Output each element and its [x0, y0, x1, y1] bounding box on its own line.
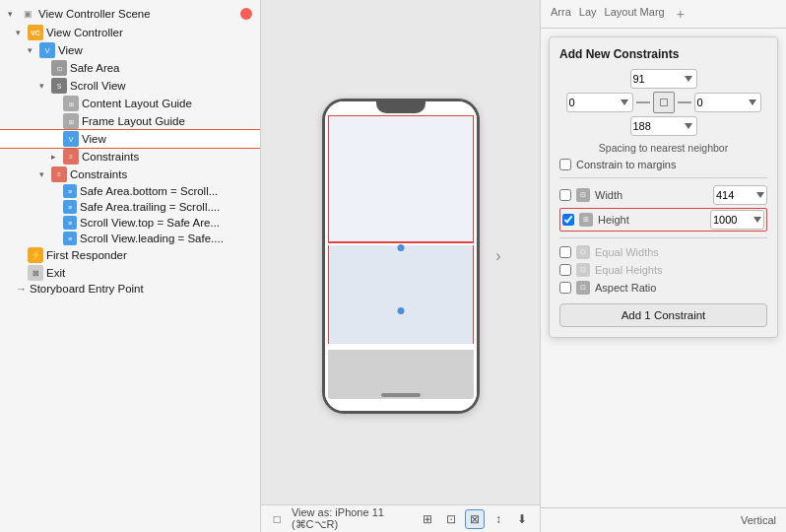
scene-label: View Controller Scene	[38, 8, 240, 20]
c2-icon: ≡	[63, 200, 77, 214]
right-label-1: Arra	[551, 6, 571, 22]
exit-icon: ⊠	[28, 265, 43, 281]
app-container: ▣ View Controller Scene VC View Controll…	[0, 0, 786, 532]
width-value-select[interactable]: 414	[713, 185, 767, 205]
close-button[interactable]	[240, 8, 252, 20]
right-panel-header: Arra Lay Layout Marg +	[541, 0, 786, 29]
equal-widths-row: ⊡ Equal Widths	[559, 244, 767, 260]
sidebar-item-safe-area[interactable]: ⊡ Safe Area	[0, 59, 260, 77]
aspect-ratio-label: Aspect Ratio	[595, 282, 656, 294]
canvas-tool-3[interactable]: ⊠	[465, 509, 485, 529]
exit-label: Exit	[46, 267, 260, 279]
vc-label: View Controller	[46, 27, 260, 38]
entry-label: Storyboard Entry Point	[30, 283, 260, 295]
plus-icon[interactable]: +	[677, 6, 685, 22]
canvas-tool-5[interactable]: ⬇	[512, 509, 532, 529]
spacing-label: Spacing to nearest neighbor	[559, 142, 767, 154]
c1-label: Safe Area.bottom = Scroll...	[80, 185, 260, 197]
vc-icon: VC	[28, 25, 43, 40]
canvas-frame-icon[interactable]: □	[269, 509, 286, 529]
equal-widths-checkbox[interactable]	[559, 246, 571, 258]
phone-container: ›	[322, 99, 480, 414]
sidebar-item-vc[interactable]: VC View Controller	[0, 24, 260, 41]
right-label-3: Layout Marg	[605, 6, 665, 22]
h-line-right	[678, 101, 691, 103]
phone-notch	[376, 101, 426, 113]
spacing-bottom-row: 188	[630, 116, 697, 136]
constrain-margins-label: Constrain to margins	[576, 159, 677, 170]
sidebar-item-c4[interactable]: ≡ Scroll View.leading = Safe....	[0, 231, 260, 246]
c1-icon: ≡	[63, 184, 77, 198]
section-divider-1	[559, 177, 767, 178]
canvas-view-label: View as: iPhone 11 (⌘C⌥R)	[292, 506, 412, 531]
divider-line	[329, 241, 473, 243]
height-checkbox[interactable]	[562, 214, 574, 226]
ci-icon: ≡	[63, 149, 79, 165]
phone-frame	[322, 99, 480, 414]
scene-header[interactable]: ▣ View Controller Scene	[0, 4, 260, 24]
top-spacing-select[interactable]: 91	[630, 69, 697, 89]
spacing-center-box	[653, 92, 675, 113]
view1-label: View	[58, 44, 260, 56]
section-divider-2	[559, 237, 767, 238]
c4-label: Scroll View.leading = Safe....	[80, 233, 260, 244]
aspect-ratio-checkbox[interactable]	[559, 282, 571, 294]
co-icon: ≡	[51, 166, 67, 182]
sidebar-item-exit[interactable]: ⊠ Exit	[0, 264, 260, 282]
vc-arrow	[16, 28, 28, 37]
canvas-tool-4[interactable]: ↕	[489, 509, 508, 529]
view2-icon: V	[63, 131, 79, 147]
screen-top-view	[328, 115, 474, 243]
equal-widths-icon: ⊡	[576, 245, 590, 259]
sidebar-item-frame-layout[interactable]: ⊞ Frame Layout Guide	[0, 112, 260, 130]
sidebar-item-c3[interactable]: ≡ Scroll View.top = Safe Are...	[0, 215, 260, 231]
equal-widths-label: Equal Widths	[595, 246, 659, 258]
left-spacing-select[interactable]: 0	[566, 93, 633, 112]
scroll-icon: S	[51, 78, 67, 94]
scroll-label: Scroll View	[70, 80, 260, 92]
sidebar-item-entry[interactable]: → Storyboard Entry Point	[0, 282, 260, 296]
width-row: ⊟ Width 414	[559, 184, 767, 206]
canvas-tool-1[interactable]: ⊞	[418, 509, 437, 529]
aspect-ratio-icon: ⊡	[576, 281, 590, 295]
constrain-margins-checkbox[interactable]	[559, 159, 571, 170]
add-constraint-button[interactable]: Add 1 Constraint	[559, 303, 767, 327]
screen-bottom	[328, 350, 474, 399]
height-value-select[interactable]: 1000	[710, 210, 764, 230]
sidebar-item-view1[interactable]: V View	[0, 41, 260, 59]
scroll-arrow	[39, 81, 51, 91]
sidebar-item-c2[interactable]: ≡ Safe Area.trailing = Scroll....	[0, 199, 260, 215]
safe-icon: ⊡	[51, 60, 67, 76]
flg-icon: ⊞	[63, 113, 79, 129]
resp-label: First Responder	[46, 249, 260, 261]
h-line-left	[636, 101, 650, 103]
bottom-spacing-select[interactable]: 188	[630, 116, 697, 136]
home-indicator	[381, 393, 421, 397]
view1-arrow	[28, 45, 39, 55]
constraints-popup: Add New Constraints 91 0	[549, 36, 778, 338]
equal-heights-checkbox[interactable]	[559, 264, 571, 276]
sidebar-item-content-layout[interactable]: ⊞ Content Layout Guide	[0, 95, 260, 112]
sidebar-item-constraints-outer[interactable]: ≡ Constraints	[0, 166, 260, 183]
aspect-ratio-row: ⊡ Aspect Ratio	[559, 280, 767, 296]
equal-heights-icon: ⊡	[576, 263, 590, 277]
sidebar-item-constraints-inner[interactable]: ≡ Constraints	[0, 148, 260, 166]
sidebar-item-scroll-view[interactable]: S Scroll View	[0, 77, 260, 95]
view2-label: View	[82, 133, 260, 145]
c3-label: Scroll View.top = Safe Are...	[80, 217, 260, 229]
canvas-tool-2[interactable]: ⊡	[441, 509, 461, 529]
blue-dot-bottom	[397, 307, 404, 314]
sidebar-item-responder[interactable]: ⚡ First Responder	[0, 246, 260, 264]
height-row: ⊞ Height 1000	[559, 208, 767, 232]
phone-screen	[325, 101, 477, 411]
sidebar-item-view2[interactable]: V View	[0, 130, 260, 148]
height-label: Height	[598, 214, 629, 226]
width-checkbox[interactable]	[559, 189, 571, 201]
sidebar-item-c1[interactable]: ≡ Safe Area.bottom = Scroll...	[0, 183, 260, 199]
spacing-middle-row: 0 0	[566, 92, 761, 113]
canvas-toolbar: ⊞ ⊡ ⊠ ↕ ⬇	[418, 509, 532, 529]
right-label-2: Lay	[579, 6, 597, 22]
canvas-bottom-bar: □ View as: iPhone 11 (⌘C⌥R) ⊞ ⊡ ⊠ ↕ ⬇	[261, 504, 540, 532]
flg-label: Frame Layout Guide	[82, 115, 260, 127]
right-spacing-select[interactable]: 0	[694, 93, 761, 112]
